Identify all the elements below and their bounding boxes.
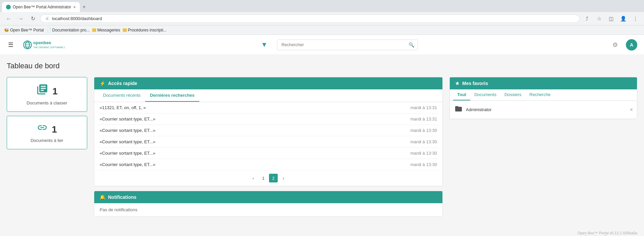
address-bar[interactable]: ℹ localhost:8000/dashboard <box>40 14 580 23</box>
fav-tab-tout[interactable]: Tout <box>453 89 470 100</box>
doc-date-6: mardi à 13:30 <box>411 162 437 167</box>
documents-lier-icon <box>37 122 48 135</box>
back-button[interactable]: ← <box>4 14 13 23</box>
browser-chrome: Open Bee™ Portal Administrator ✕ + ← → ↻… <box>0 0 644 35</box>
star-icon: ★ <box>455 81 460 86</box>
mes-favoris-title: Mes favoris <box>462 81 488 86</box>
app-footer: Open Bee™ Portal v6.12.1-505ba5a © Open … <box>0 229 644 236</box>
documents-classer-count: 1 <box>52 86 58 97</box>
fav-list-item[interactable]: Administrator × <box>450 101 637 119</box>
doc-date-3: mardi à 13:30 <box>411 128 437 133</box>
page-title: Tableau de bord <box>7 62 637 70</box>
tab-bar: Open Bee™ Portal Administrator ✕ + <box>0 0 644 12</box>
logo-area: openbee THE ORGANIC SOFTWARE COMPANY <box>21 38 65 52</box>
browser-action-buttons: ⤴ ☆ ◫ 👤 ⋮ <box>582 14 640 23</box>
doc-name-4: «Courrier sortant type, ET...» <box>100 139 155 144</box>
svg-point-0 <box>46 17 50 21</box>
doc-name-2: «Courrier sortant type, ET...» <box>100 116 155 122</box>
list-item[interactable]: «Courrier sortant type, ET...» mardi à 1… <box>98 136 438 148</box>
app-header: ☰ openbee THE ORGANIC SOFTWARE COMPANY ▼… <box>0 35 644 55</box>
folder-icon <box>92 28 96 32</box>
acces-rapide-panel: ⚡ Accès rapide Documents récents Dernièr… <box>94 77 443 186</box>
menu-button[interactable]: ⋮ <box>631 14 640 23</box>
settings-button[interactable]: ⚙ <box>611 40 619 50</box>
doc-date-5: mardi à 13:30 <box>411 151 437 156</box>
bell-icon: 🔔 <box>100 194 105 200</box>
tab-favicon <box>6 5 11 9</box>
notifications-panel: 🔔 Notifications Pas de notifications <box>94 191 443 217</box>
no-notifications-text: Pas de notifications <box>100 207 138 212</box>
fav-tab-recherche[interactable]: Recherche <box>526 89 555 100</box>
app-container: ☰ openbee THE ORGANIC SOFTWARE COMPANY ▼… <box>0 35 644 236</box>
page-2-button[interactable]: 2 <box>269 174 278 182</box>
search-container: 🔍 <box>277 40 418 50</box>
documents-classer-label: Documents à classer <box>26 100 67 105</box>
fav-folder-icon <box>454 105 463 114</box>
fav-item-remove-button[interactable]: × <box>630 107 633 113</box>
next-page-button[interactable]: › <box>279 174 288 182</box>
bookmark-messageries[interactable]: Messageries <box>92 28 120 32</box>
new-tab-button[interactable]: + <box>80 4 88 10</box>
browser-tab-active[interactable]: Open Bee™ Portal Administrator ✕ <box>2 2 80 12</box>
documents-a-lier-card[interactable]: 1 Documents à lier <box>7 116 87 149</box>
split-screen-button[interactable]: ◫ <box>606 14 616 23</box>
documents-a-classer-card[interactable]: 1 Documents à classer <box>7 77 87 112</box>
acces-rapide-header: ⚡ Accès rapide <box>94 77 442 89</box>
list-item[interactable]: «Courrier sortant type, ET...» mardi à 1… <box>98 159 438 170</box>
footer-line1: Open Bee™ Portal v6.12.1-505ba5a <box>7 231 637 235</box>
svg-text:openbee: openbee <box>33 40 51 45</box>
doc-name-6: «Courrier sortant type, ET...» <box>100 162 155 167</box>
address-text: localhost:8000/dashboard <box>52 16 102 21</box>
tab-title: Open Bee™ Portal Administrator <box>13 5 71 9</box>
mes-favoris-panel: ★ Mes favoris Tout Documents Dossiers Re… <box>449 77 637 119</box>
documents-lier-label: Documents à lier <box>31 138 63 143</box>
doc-date-4: mardi à 13:30 <box>411 139 437 144</box>
doc-name-3: «Courrier sortant type, ET...» <box>100 128 155 133</box>
dashboard-grid: 1 Documents à classer 1 Documents à lier <box>7 77 637 217</box>
doc-date-1: mardi à 13:31 <box>411 105 437 110</box>
tab-close-btn[interactable]: ✕ <box>73 5 76 9</box>
left-column: 1 Documents à classer 1 Documents à lier <box>7 77 87 149</box>
doc-name-1: «11321, ET, on, off, 1, » <box>100 105 146 110</box>
right-column: ★ Mes favoris Tout Documents Dossiers Re… <box>449 77 637 119</box>
notifications-body: Pas de notifications <box>94 203 442 216</box>
fav-item-name: Administrator <box>466 107 492 112</box>
bookmark-openbee-portal[interactable]: 🐝 Open Bee™ Portal <box>4 28 44 32</box>
page-1-button[interactable]: 1 <box>259 174 268 182</box>
search-button[interactable]: 🔍 <box>405 40 418 50</box>
acces-rapide-tabs: Documents récents Dernières recherches <box>94 89 442 102</box>
folder-icon <box>123 28 127 32</box>
reload-button[interactable]: ↻ <box>28 14 38 23</box>
download-button[interactable]: ▼ <box>258 40 270 50</box>
user-avatar-button[interactable]: A <box>626 39 637 51</box>
profile-button[interactable]: 👤 <box>619 14 628 23</box>
bookmark-procedures[interactable]: Procédures inscripti... <box>123 28 166 32</box>
doc-date-2: mardi à 13:31 <box>411 116 437 122</box>
list-item[interactable]: «11321, ET, on, off, 1, » mardi à 13:31 <box>98 102 438 113</box>
documents-classer-icon <box>36 83 48 98</box>
search-input[interactable] <box>277 40 405 50</box>
bookmark-documentation[interactable]: 📄 Documentation pro... <box>47 28 90 32</box>
fav-tab-dossiers[interactable]: Dossiers <box>500 89 526 100</box>
fav-tab-documents[interactable]: Documents <box>470 89 500 100</box>
tab-documents-recents[interactable]: Documents récents <box>98 89 145 102</box>
prev-page-button[interactable]: ‹ <box>249 174 258 182</box>
list-item[interactable]: «Courrier sortant type, ET...» mardi à 1… <box>98 148 438 159</box>
tab-dernieres-recherches[interactable]: Dernières recherches <box>145 89 199 102</box>
doc-name-5: «Courrier sortant type, ET...» <box>100 151 155 156</box>
forward-button[interactable]: → <box>16 14 25 23</box>
acces-rapide-list: «11321, ET, on, off, 1, » mardi à 13:31 … <box>94 102 442 170</box>
bookmark-button[interactable]: ☆ <box>594 14 604 23</box>
acces-rapide-body: Documents récents Dernières recherches «… <box>94 89 442 186</box>
center-column: ⚡ Accès rapide Documents récents Dernièr… <box>94 77 443 217</box>
hamburger-menu-button[interactable]: ☰ <box>7 40 15 50</box>
lock-icon: ℹ <box>45 16 50 21</box>
svg-text:THE ORGANIC SOFTWARE COMPANY: THE ORGANIC SOFTWARE COMPANY <box>33 46 65 49</box>
list-item[interactable]: «Courrier sortant type, ET...» mardi à 1… <box>98 125 438 136</box>
mes-favoris-header: ★ Mes favoris <box>450 77 637 89</box>
share-button[interactable]: ⤴ <box>582 14 592 23</box>
browser-controls: ← → ↻ ℹ localhost:8000/dashboard ⤴ ☆ ◫ 👤… <box>0 12 644 25</box>
acces-rapide-title: Accès rapide <box>108 81 137 86</box>
list-item[interactable]: «Courrier sortant type, ET...» mardi à 1… <box>98 113 438 125</box>
lightning-icon: ⚡ <box>100 81 105 86</box>
